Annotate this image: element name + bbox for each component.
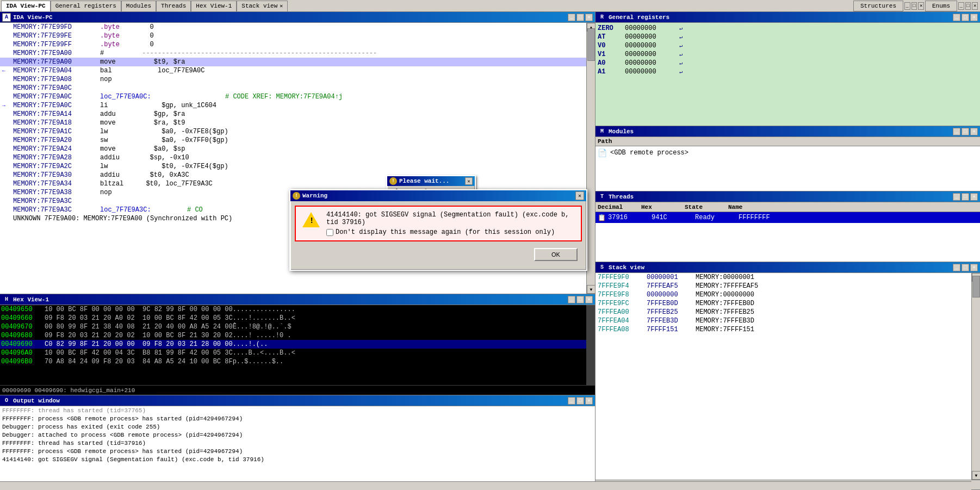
- reg-arrow-icon: ↵: [679, 60, 683, 66]
- threads-header-row: Decimal Hex State Name: [596, 202, 980, 212]
- modules-maximize[interactable]: □: [962, 128, 969, 135]
- hex-maximize[interactable]: □: [576, 296, 584, 303]
- ida-view-maximize[interactable]: □: [576, 14, 584, 21]
- col-state: State: [685, 204, 728, 210]
- reg-a0: A0 00000000 ↵: [598, 59, 978, 67]
- tab-structures[interactable]: Structures: [853, 1, 903, 11]
- hex-line: 00409680 09 F8 20 03 21 20 20 02 10 00 B…: [0, 331, 595, 340]
- warning-text: 41414140: got SIGSEGV signal (Segmentati…: [326, 211, 574, 236]
- gen-regs-maximize[interactable]: □: [962, 14, 969, 21]
- warning-ok-button[interactable]: OK: [534, 248, 578, 261]
- ida-scrollbar[interactable]: ▲ ▼: [586, 23, 595, 294]
- output-close[interactable]: ✕: [585, 397, 593, 405]
- hex-scrollbar[interactable]: [586, 305, 595, 385]
- hex-line: 00409650 10 00 BC 8F 00 00 00 00 9C 82 9…: [0, 305, 595, 314]
- code-line: MEMORY:7F7E9A30 addiu $t0, 0xA3C: [0, 171, 595, 179]
- gen-regs-controls: _ □ ✕: [953, 14, 978, 21]
- threads-close[interactable]: ✕: [970, 193, 978, 201]
- stack-line: 7FFFE9F4 7FFFEAF5 MEMORY:7FFFFEAF5: [596, 282, 980, 290]
- modules-path-header: Path: [598, 138, 612, 145]
- scroll-down-icon[interactable]: ▼: [587, 285, 595, 294]
- enums-close[interactable]: ✕: [972, 2, 978, 10]
- tab-hex-label: Hex View-1: [196, 3, 232, 9]
- structures-restore[interactable]: □: [911, 2, 917, 10]
- code-line: MEMORY:7F7E9A08 nop: [0, 75, 595, 84]
- tab-general-registers[interactable]: General registers: [51, 1, 121, 11]
- reg-v1: V1 00000000 ↵: [598, 50, 978, 59]
- stack-scroll-down-icon[interactable]: ▼: [972, 471, 980, 480]
- enums-minimize[interactable]: _: [958, 2, 964, 10]
- hex-status-text: 00009690 00409690: hedwigcgi_main+210: [2, 387, 135, 394]
- tab-bar: IDA View-PC General registers Modules Th…: [0, 0, 980, 12]
- stack-scrollbar-thumb[interactable]: [972, 276, 980, 297]
- hex-view-title: Hex View-1: [13, 296, 568, 303]
- threads-content: Decimal Hex State Name 📋 37916 941C Read…: [596, 202, 980, 262]
- reg-at: AT 00000000 ↵: [598, 33, 978, 41]
- tab-threads[interactable]: Threads: [156, 1, 191, 11]
- output-minimize[interactable]: _: [568, 397, 575, 405]
- reg-arrow-icon: ↵: [679, 69, 683, 75]
- thread-row[interactable]: 📋 37916 941C Ready FFFFFFFF: [596, 212, 980, 223]
- stack-maximize[interactable]: □: [962, 264, 969, 271]
- modules-close[interactable]: ✕: [970, 128, 978, 135]
- gen-regs-close[interactable]: ✕: [970, 14, 978, 21]
- please-wait-close-button[interactable]: ✕: [465, 177, 473, 185]
- code-line: MEMORY:7F7E99FF .byte 0: [0, 40, 595, 49]
- hex-view-controls: _ □ ✕: [568, 296, 593, 303]
- reg-a1: A1 00000000 ↵: [598, 67, 978, 76]
- ida-view-minimize[interactable]: _: [568, 14, 575, 21]
- code-line: MEMORY:7F7E9A00 # ----------------------…: [0, 49, 595, 58]
- hex-close[interactable]: ✕: [585, 296, 593, 303]
- reg-arrow-icon: ↵: [679, 42, 683, 49]
- structures-close[interactable]: ✕: [918, 2, 924, 10]
- code-line: MEMORY:7F7E9A34 bltzal $t0, loc_7F7E9A3C: [0, 179, 595, 188]
- scrollbar-thumb[interactable]: [587, 28, 595, 61]
- col-hex: Hex: [641, 204, 685, 210]
- code-line: MEMORY:7F7E9A0C: [0, 84, 595, 92]
- modules-panel: M Modules _ □ ✕ Path 📄 <GDB remote proce…: [596, 126, 980, 191]
- tab-hex-view[interactable]: Hex View-1: [191, 1, 237, 11]
- gen-regs-title: General registers: [609, 14, 953, 21]
- tab-modules[interactable]: Modules: [121, 1, 156, 11]
- threads-minimize[interactable]: _: [953, 193, 960, 201]
- threads-maximize[interactable]: □: [962, 193, 969, 201]
- code-line-highlighted: MEMORY:7F7E9A00 move $t9, $ra: [0, 58, 595, 66]
- output-content: FFFFFFFF: thread has started (tid=37765)…: [0, 406, 595, 490]
- col-decimal: Decimal: [598, 204, 641, 210]
- threads-controls: _ □ ✕: [953, 193, 978, 201]
- enums-restore[interactable]: □: [965, 2, 971, 10]
- tab-stack-view[interactable]: Stack view ✕: [237, 1, 288, 11]
- hex-line-selected: 00409690 C0 82 99 8F 21 20 00 00 09 F8 2…: [0, 340, 595, 349]
- hex-line: 00409660 09 F8 20 03 21 20 A0 02 10 00 B…: [0, 314, 595, 322]
- hex-view-panel: H Hex View-1 _ □ ✕ 00409650 10 00 BC 8F …: [0, 294, 595, 395]
- stack-scrollbar[interactable]: ▲ ▼: [971, 273, 980, 480]
- ida-view-titlebar: A IDA View-PC _ □ ✕: [0, 12, 595, 23]
- right-panel: R General registers _ □ ✕ ZERO 00000000 …: [596, 12, 980, 490]
- tab-ida-view-pc[interactable]: IDA View-PC: [1, 1, 51, 11]
- stack-content[interactable]: 7FFFE9F0 00000001 MEMORY:00000001 7FFFE9…: [596, 273, 980, 480]
- warning-dialog[interactable]: ! Warning ✕ ! 41414140: got SIGSEGV sign…: [289, 189, 587, 271]
- ida-view-close[interactable]: ✕: [585, 14, 593, 21]
- tab-enums[interactable]: Enums: [925, 1, 957, 11]
- hex-minimize[interactable]: _: [568, 296, 575, 303]
- code-line: MEMORY:7F7E9A1C lw $a0, -0x7FE8($gp): [0, 127, 595, 136]
- tab-stack-close-icon[interactable]: ✕: [280, 3, 283, 9]
- stack-titlebar: S Stack view _ □ ✕: [596, 262, 980, 273]
- stack-line: 7FFFE9F0 00000001 MEMORY:00000001: [596, 273, 980, 282]
- warning-close-button[interactable]: ✕: [575, 191, 584, 200]
- module-item[interactable]: 📄 <GDB remote process>: [598, 147, 978, 158]
- structures-minimize[interactable]: _: [904, 2, 910, 10]
- hex-content[interactable]: 00409650 10 00 BC 8F 00 00 00 00 9C 82 9…: [0, 305, 595, 385]
- stack-minimize[interactable]: _: [953, 264, 960, 271]
- output-titlebar: O Output window _ □ ✕: [0, 395, 595, 406]
- stack-line: 7FFFE9F8 00000000 MEMORY:00000000: [596, 290, 980, 299]
- tab-modules-label: Modules: [126, 3, 151, 9]
- threads-panel: T Threads _ □ ✕ Decimal Hex State Name 📋…: [596, 191, 980, 262]
- ida-view-controls: _ □ ✕: [568, 14, 593, 21]
- gen-regs-minimize[interactable]: _: [953, 14, 960, 21]
- warning-checkbox[interactable]: [326, 229, 333, 236]
- output-maximize[interactable]: □: [576, 397, 584, 405]
- stack-close[interactable]: ✕: [970, 264, 978, 271]
- code-line: MEMORY:7F7E9A14 addu $gp, $ra: [0, 110, 595, 119]
- modules-minimize[interactable]: _: [953, 128, 960, 135]
